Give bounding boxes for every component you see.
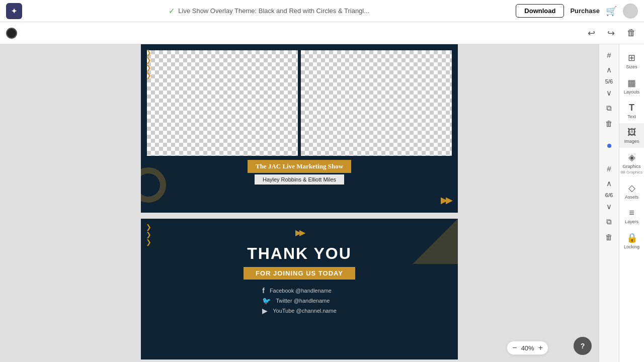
zoom-control: − 40% + [507, 341, 548, 355]
assets-tool[interactable]: ◇ Assets [619, 178, 644, 204]
move-down-button-6[interactable]: ∨ [602, 200, 617, 213]
hash-button-6[interactable]: # [602, 162, 617, 175]
zoom-value: 40% [521, 344, 534, 352]
download-button[interactable]: Download [516, 4, 564, 18]
text-label: Text [627, 114, 636, 119]
social-youtube: ▶ YouTube @channel.name [262, 307, 337, 315]
layouts-label: Layouts [624, 89, 640, 95]
slide6-arrows: ▶▶ [295, 228, 303, 237]
text-icon: T [629, 103, 634, 113]
slide5-title: The JAC Live Marketing Show [248, 160, 351, 173]
move-up-button-5[interactable]: ∧ [602, 63, 617, 76]
zoom-out-button[interactable]: − [512, 343, 517, 352]
hash-button-5[interactable]: # [602, 48, 617, 61]
color-dot[interactable] [6, 28, 17, 39]
locking-icon: 🔒 [626, 232, 637, 243]
layers-label: Layers [625, 219, 638, 224]
image-placeholder-2[interactable] [301, 50, 452, 156]
help-button[interactable]: ? [574, 337, 592, 355]
move-down-button-5[interactable]: ∨ [602, 86, 617, 100]
sizes-icon: ⊞ [628, 52, 635, 63]
facebook-icon: f [262, 287, 265, 295]
avatar[interactable] [623, 4, 638, 19]
social-facebook: f Facebook @handlename [262, 287, 332, 295]
slide6-inner: ▶▶ THANK YOU FOR JOINING US TODAY f Face… [141, 219, 458, 322]
delete-button-5[interactable]: 🗑 [602, 117, 617, 130]
image-placeholder-1[interactable] [147, 50, 298, 156]
layer-controls-panel: # ∧ 5/6 ∨ ⧉ 🗑 # ∧ 6/6 ∨ ⧉ 🗑 [599, 44, 619, 362]
counter-5: 5/6 [605, 78, 613, 84]
images-tool[interactable]: 🖼 Images [619, 123, 644, 148]
undo-button[interactable]: ↩ [586, 26, 597, 41]
saved-check-icon: ✓ [169, 7, 175, 16]
sizes-label: Sizes [626, 64, 637, 69]
delete-button-6[interactable]: 🗑 [602, 230, 617, 243]
graphics-label: Graphics [622, 164, 640, 169]
locking-label: Locking [624, 244, 639, 249]
slide6-join-label: FOR JOINING US TODAY [244, 267, 355, 280]
slide-5[interactable]: ❯ ❯ ❯ ❯ The JAC Live Marketing Show Hayl… [141, 44, 458, 213]
slide5-images [141, 44, 458, 160]
graphics-tool[interactable]: ◈ Graphics 88 Graphics [619, 148, 644, 178]
layouts-icon: ▦ [627, 77, 636, 88]
youtube-icon: ▶ [262, 307, 268, 315]
logo-icon: ✦ [6, 3, 22, 19]
move-up-button-6[interactable]: ∧ [602, 177, 617, 190]
zoom-in-button[interactable]: + [538, 343, 543, 352]
active-indicator [607, 144, 611, 148]
cart-icon[interactable]: 🛒 [606, 6, 617, 17]
graphics-badge: 88 Graphics [621, 170, 642, 174]
canvas-area: ❯ ❯ ❯ ❯ The JAC Live Marketing Show Hayl… [0, 44, 599, 362]
slide6-thank-you: THANK YOU [247, 244, 352, 263]
slide-6[interactable]: ❯ ❯ ❯ ▶▶ THANK YOU FOR JOINING US TODAY … [141, 219, 458, 359]
document-title: ✓ Live Show Overlay Theme: Black and Red… [28, 7, 510, 16]
layers-tool[interactable]: ≡ Layers [619, 204, 644, 228]
images-icon: 🖼 [627, 127, 636, 138]
locking-tool[interactable]: 🔒 Locking [619, 228, 644, 253]
slide5-subtitle: Hayley Robbins & Elliott Miles [255, 174, 344, 185]
assets-icon: ◇ [628, 183, 635, 194]
counter-6: 6/6 [605, 192, 613, 198]
slide6-socials: f Facebook @handlename 🐦 Twitter @handle… [262, 287, 337, 315]
text-tool[interactable]: T Text [619, 99, 644, 123]
secondary-toolbar: ↩ ↪ 🗑 [0, 22, 644, 44]
main-area: ❯ ❯ ❯ ❯ The JAC Live Marketing Show Hayl… [0, 44, 644, 362]
layouts-tool[interactable]: ▦ Layouts [619, 73, 644, 99]
copy-button-5[interactable]: ⧉ [602, 102, 617, 115]
slide5-arrows: ▶▶ [441, 195, 451, 206]
layers-icon: ≡ [629, 208, 634, 218]
graphics-icon: ◈ [628, 152, 635, 163]
delete-button[interactable]: 🗑 [625, 26, 638, 40]
twitter-icon: 🐦 [262, 297, 271, 305]
copy-button-6[interactable]: ⧉ [602, 215, 617, 228]
redo-button[interactable]: ↪ [605, 26, 617, 41]
slide5-chevrons: ❯ ❯ ❯ ❯ [146, 49, 151, 78]
sizes-tool[interactable]: ⊞ Sizes [619, 48, 644, 73]
tools-panel: ⊞ Sizes ▦ Layouts T Text 🖼 Images ◈ Grap… [619, 44, 644, 362]
social-twitter: 🐦 Twitter @handlename [262, 297, 330, 305]
images-label: Images [624, 139, 639, 144]
slide5-text-area: The JAC Live Marketing Show Hayley Robbi… [141, 160, 458, 191]
assets-label: Assets [625, 195, 638, 200]
purchase-button[interactable]: Purchase [570, 7, 600, 15]
top-bar: ✦ ✓ Live Show Overlay Theme: Black and R… [0, 0, 644, 22]
